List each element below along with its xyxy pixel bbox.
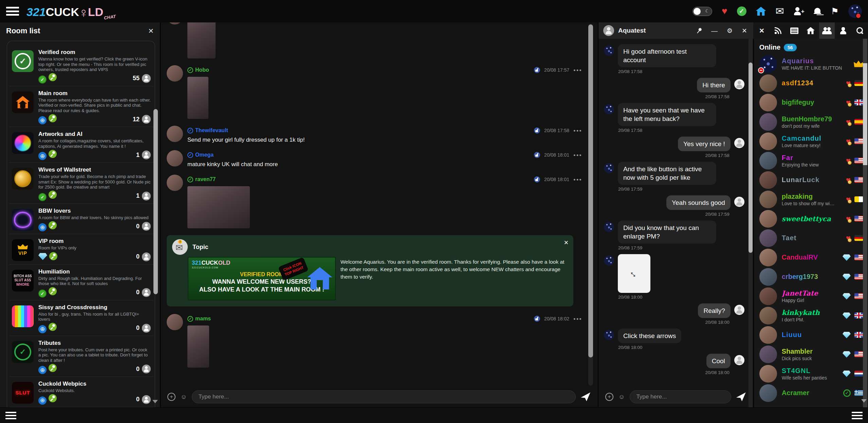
message-user-avatar[interactable]: [167, 65, 183, 82]
room-list-close-icon[interactable]: ✕: [148, 27, 154, 35]
profile-avatar[interactable]: [848, 4, 862, 18]
online-user[interactable]: asdf1234 ♥: [754, 73, 868, 93]
room-list-item[interactable]: VIP VIP room Room for VIPs only 0: [9, 234, 153, 264]
online-user-name[interactable]: LunarLuck: [782, 176, 846, 184]
online-user-avatar[interactable]: [759, 55, 777, 73]
online-user[interactable]: LunarLuck ♥: [754, 170, 868, 190]
online-user[interactable]: ST4GNL Wife sells her panties: [754, 364, 868, 383]
home-icon[interactable]: [756, 7, 766, 16]
online-user-avatar[interactable]: [759, 94, 777, 111]
online-user[interactable]: Liuuu: [754, 325, 868, 345]
online-user[interactable]: Acramer ✓: [754, 383, 868, 403]
room-list-item[interactable]: SLUT Cuckold Webpics Cuckold Websluts. ⊕…: [9, 376, 153, 407]
diamond-icon[interactable]: [843, 351, 851, 358]
online-user-name[interactable]: crberg1973: [782, 273, 843, 281]
message-image[interactable]: [187, 77, 208, 119]
diamond-icon[interactable]: [843, 274, 851, 280]
online-user-avatar[interactable]: [759, 287, 777, 305]
notifications-bell-icon[interactable]: [813, 7, 821, 15]
online-user-name[interactable]: Acramer: [782, 389, 843, 397]
online-user-avatar[interactable]: [759, 113, 777, 131]
message-user-avatar[interactable]: [167, 150, 183, 166]
pm-image-thumbnail[interactable]: ↔: [618, 254, 650, 293]
online-user-avatar[interactable]: [759, 74, 777, 92]
online-user[interactable]: CandualRV: [754, 248, 868, 267]
diamond-icon[interactable]: [843, 332, 851, 338]
online-user[interactable]: Far Enjoying the view ♥: [754, 151, 868, 170]
dark-mode-toggle[interactable]: ☾: [692, 7, 712, 16]
online-user[interactable]: Taet ♥: [754, 228, 868, 248]
diamond-icon[interactable]: [843, 254, 851, 261]
heart-gold-like-icon[interactable]: ♥: [846, 137, 851, 145]
tab-search-icon[interactable]: [852, 22, 867, 39]
footer-left-menu-button[interactable]: [5, 412, 16, 419]
topic-close-icon[interactable]: ✕: [564, 239, 569, 246]
heart-gold-like-icon[interactable]: ♥: [846, 99, 851, 107]
crown-icon[interactable]: [854, 60, 863, 67]
online-user[interactable]: Shambler Dick pics suck: [754, 345, 868, 364]
online-user-name[interactable]: sweetbettyca: [782, 215, 846, 223]
pm-close-icon[interactable]: ✕: [742, 28, 747, 34]
room-list-item[interactable]: Tributes Post here your tributes. Cum ov…: [9, 336, 153, 377]
online-user-avatar[interactable]: [759, 229, 777, 247]
online-user-avatar[interactable]: [759, 133, 777, 150]
room-list-item[interactable]: Main room The room where everybody can h…: [9, 86, 153, 127]
add-friend-icon[interactable]: [794, 7, 804, 15]
message-username[interactable]: raven77: [195, 176, 216, 182]
tab-news-icon[interactable]: [787, 22, 802, 39]
room-list-item[interactable]: Wives of Wallstreet Trade your wife for …: [9, 162, 153, 204]
online-user-name[interactable]: Liuuu: [782, 331, 843, 339]
online-user[interactable]: plazaking Love to show off my wi… ♥: [754, 190, 868, 209]
pin-icon[interactable]: [695, 26, 703, 35]
message-username[interactable]: Hobo: [195, 67, 209, 73]
online-user[interactable]: BuenHombre79 don't post my wife ♥: [754, 112, 868, 131]
online-user-name[interactable]: Taet: [782, 234, 846, 242]
online-user-name[interactable]: Camcandul: [782, 135, 846, 142]
room-list-item[interactable]: norma naked No description has been writ…: [9, 407, 153, 408]
site-logo[interactable]: 321CUCK♀LDCHAT: [26, 4, 116, 19]
room-list-item[interactable]: Verified room Wanna know how to get veri…: [9, 45, 153, 86]
like-button[interactable]: [534, 176, 540, 182]
online-user-name[interactable]: BuenHombre79: [782, 115, 846, 123]
message-image[interactable]: [187, 186, 250, 228]
message-user-avatar[interactable]: [167, 175, 183, 191]
pm-scrollbar-thumb[interactable]: [749, 63, 753, 253]
likes-heart-icon[interactable]: ♥: [722, 6, 727, 16]
message-user-avatar[interactable]: [167, 126, 183, 142]
pm-scrollbar-track[interactable]: [749, 39, 753, 407]
message-menu-button[interactable]: ●●●: [573, 153, 582, 157]
messages-mail-icon[interactable]: ✉: [776, 6, 784, 16]
online-user-avatar[interactable]: [759, 384, 777, 402]
tab-home-icon[interactable]: [803, 22, 818, 39]
room-list-item[interactable]: Sissy and Crossdressing Also for bi , gu…: [9, 300, 153, 336]
online-user-avatar[interactable]: [759, 326, 777, 344]
room-list-scrollbar[interactable]: [153, 109, 158, 294]
pm-user-avatar[interactable]: [603, 25, 614, 36]
message-image[interactable]: [187, 325, 209, 368]
online-scrollbar-thumb[interactable]: [863, 63, 867, 165]
flag-icon[interactable]: ⚑: [831, 7, 839, 16]
online-user[interactable]: kinkykath I don't PM.: [754, 306, 868, 325]
message-image[interactable]: [187, 22, 216, 58]
diamond-icon[interactable]: [843, 370, 851, 377]
online-user-name[interactable]: ST4GNL: [782, 367, 843, 375]
message-username[interactable]: Omega: [195, 152, 214, 158]
message-menu-button[interactable]: ●●●: [573, 128, 582, 133]
settings-gear-icon[interactable]: ⚙: [727, 28, 733, 34]
diamond-icon[interactable]: [843, 312, 851, 319]
online-user-avatar[interactable]: [759, 210, 777, 228]
online-user-name[interactable]: Far: [782, 154, 846, 162]
tab-close-icon[interactable]: ✕: [754, 22, 770, 39]
pm-attach-plus-icon[interactable]: +: [605, 393, 613, 401]
online-user-name[interactable]: asdf1234: [782, 79, 846, 87]
online-user-avatar[interactable]: [759, 171, 777, 189]
online-user[interactable]: sweetbettyca ♥: [754, 209, 868, 228]
online-user-name[interactable]: bigfifeguy: [782, 99, 846, 106]
heart-gold-like-icon[interactable]: ♥: [846, 195, 851, 204]
verified-check-icon[interactable]: ✓: [737, 6, 746, 16]
online-user-name[interactable]: JanetTate: [782, 289, 843, 297]
online-user[interactable]: Aquarius WE HAVE IT: LIKE BUTTON: [754, 54, 868, 73]
like-button[interactable]: [534, 67, 540, 73]
online-scroll-down-icon[interactable]: [861, 399, 867, 403]
heart-gold-like-icon[interactable]: ♥: [846, 176, 851, 184]
